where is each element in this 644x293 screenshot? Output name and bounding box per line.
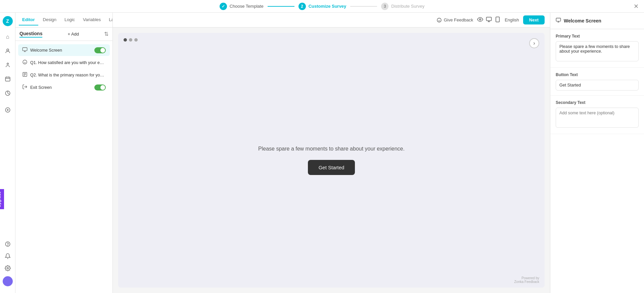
eye-icon[interactable] — [477, 16, 483, 24]
reorder-icon[interactable]: ⇅ — [104, 31, 108, 37]
svg-point-12 — [7, 268, 8, 269]
tab-design[interactable]: Design — [40, 14, 60, 25]
welcome-screen-prop-icon — [556, 17, 561, 24]
wizard-steps: ✓ Choose Template 2 Customize Survey 3 D… — [220, 3, 425, 10]
svg-point-24 — [437, 18, 441, 22]
svg-point-1 — [7, 63, 8, 65]
mobile-icon[interactable] — [495, 16, 501, 24]
tab-languages[interactable]: Languages — [105, 14, 113, 25]
primary-text-section: Primary Text Please spare a few moments … — [550, 29, 644, 68]
properties-panel: Welcome Screen Primary Text Please spare… — [550, 13, 644, 293]
welcome-screen-toggle[interactable] — [94, 47, 106, 53]
tab-bar: Editor Design Logic Variables Languages … — [15, 13, 112, 27]
sidebar-icon-bell[interactable] — [2, 250, 14, 262]
survey-canvas: › Please spare a few moments to share ab… — [118, 33, 545, 288]
sidebar-icon-settings[interactable] — [2, 262, 14, 274]
properties-header: Welcome Screen — [550, 13, 644, 29]
add-question-button[interactable]: + Add — [65, 30, 82, 38]
step2-label: Customize Survey — [309, 4, 347, 9]
sidebar-icon-users[interactable] — [2, 45, 14, 57]
svg-rect-33 — [556, 18, 560, 21]
svg-point-11 — [7, 245, 8, 245]
question-item-welcome[interactable]: Welcome Screen — [18, 44, 110, 56]
language-selector[interactable]: English — [505, 17, 519, 22]
zonka-feedback-label: Zonka Feedback — [514, 280, 540, 284]
svg-rect-13 — [22, 48, 27, 51]
dot-2 — [129, 38, 132, 42]
svg-rect-28 — [487, 17, 492, 21]
step1-circle: ✓ — [220, 3, 227, 10]
preview-toolbar: Give Feedback English Next — [113, 13, 550, 27]
device-icons — [477, 16, 501, 24]
close-button[interactable]: ✕ — [634, 3, 639, 10]
sidebar-icon-help[interactable] — [2, 238, 14, 250]
wizard-bar: ✓ Choose Template 2 Customize Survey 3 D… — [0, 0, 644, 13]
powered-by-label: Powered by — [514, 276, 540, 280]
canvas-dots — [124, 38, 138, 42]
tab-variables[interactable]: Variables — [80, 14, 104, 25]
q1-icon — [22, 59, 28, 66]
questions-title: Questions — [19, 31, 42, 38]
icon-sidebar: Z ⌂ Upgrade — [0, 13, 15, 293]
question-item-exit[interactable]: Exit Screen — [18, 81, 110, 93]
step2-circle: 2 — [298, 3, 306, 10]
wizard-step-distribute[interactable]: 3 Distribute Survey — [381, 3, 424, 10]
secondary-text-label: Secondary Text — [556, 100, 639, 105]
dot-1 — [124, 38, 127, 42]
step1-label: Choose Template — [230, 4, 264, 9]
sidebar-icon-home[interactable]: ⌂ — [2, 31, 14, 43]
q1-label: Q1. How satisfied are you with your expe… — [30, 60, 106, 65]
welcome-screen-icon — [22, 47, 28, 53]
step3-label: Distribute Survey — [391, 4, 424, 9]
question-item-q2[interactable]: Q2. What is the primary reason for your … — [18, 69, 110, 81]
app-logo[interactable]: Z — [3, 16, 13, 26]
primary-text-input[interactable]: Please spare a few moments to share abou… — [556, 41, 639, 61]
step3-circle: 3 — [381, 3, 388, 10]
welcome-content: Please spare a few moments to share abou… — [118, 33, 545, 288]
secondary-text-section: Secondary Text — [550, 96, 644, 134]
connector-1 — [268, 6, 294, 7]
exit-screen-toggle[interactable] — [94, 84, 106, 91]
button-text-label: Button Text — [556, 72, 639, 77]
give-feedback-button[interactable]: Give Feedback — [436, 17, 473, 23]
exit-screen-icon — [22, 84, 28, 91]
editor-panel: Editor Design Logic Variables Languages … — [15, 13, 113, 293]
secondary-text-input[interactable] — [556, 108, 639, 128]
tab-logic[interactable]: Logic — [61, 14, 78, 25]
sidebar-icon-person[interactable] — [2, 59, 14, 71]
dot-3 — [134, 38, 138, 42]
questions-list: Welcome Screen Q1. How satisfied are you… — [15, 41, 112, 293]
svg-point-16 — [23, 60, 27, 64]
primary-text-label: Primary Text — [556, 34, 639, 39]
questions-header: Questions + Add ⇅ — [15, 27, 112, 41]
wizard-step-customize[interactable]: 2 Customize Survey — [298, 3, 347, 10]
upgrade-tab[interactable]: Upgrade — [0, 189, 4, 209]
properties-title: Welcome Screen — [564, 18, 601, 23]
canvas-next-arrow[interactable]: › — [529, 38, 539, 48]
desktop-icon[interactable] — [486, 16, 492, 24]
user-avatar[interactable] — [3, 276, 13, 286]
sidebar-icon-calendar[interactable] — [2, 73, 14, 85]
sidebar-icon-chart[interactable] — [2, 87, 14, 99]
next-button[interactable]: Next — [523, 15, 545, 24]
svg-point-27 — [479, 18, 481, 20]
button-text-input[interactable] — [556, 80, 639, 91]
sidebar-icon-add[interactable] — [2, 104, 14, 116]
tab-editor[interactable]: Editor — [19, 14, 38, 25]
svg-rect-2 — [5, 77, 10, 81]
svg-point-0 — [7, 49, 9, 51]
get-started-button[interactable]: Get Started — [308, 160, 355, 175]
exit-screen-label: Exit Screen — [30, 85, 92, 90]
welcome-primary-text: Please spare a few moments to share abou… — [258, 146, 405, 152]
question-item-q1[interactable]: Q1. How satisfied are you with your expe… — [18, 57, 110, 68]
welcome-screen-label: Welcome Screen — [30, 48, 92, 53]
canvas-footer: Powered by Zonka Feedback — [514, 276, 540, 284]
q2-label: Q2. What is the primary reason for your … — [30, 73, 106, 77]
q2-icon — [22, 72, 28, 78]
button-text-section: Button Text — [550, 68, 644, 96]
connector-2 — [350, 6, 377, 7]
wizard-step-choose-template[interactable]: ✓ Choose Template — [220, 3, 264, 10]
preview-area: Give Feedback English Next — [113, 13, 550, 293]
